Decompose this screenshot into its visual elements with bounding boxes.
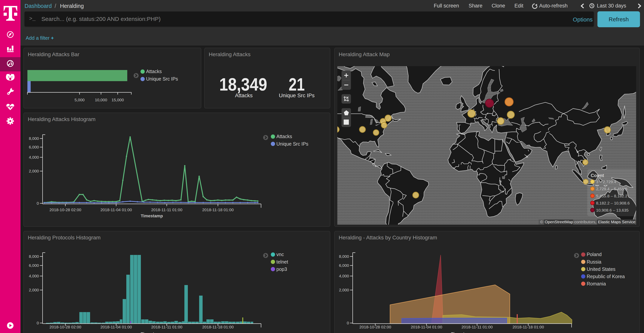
svg-text:2,000: 2,000 (339, 288, 349, 292)
svg-text:Attacks: Attacks (276, 134, 292, 139)
svg-text:telnet: telnet (276, 259, 288, 264)
svg-text:©: © (540, 220, 543, 224)
svg-text:2018-11-11 01:00: 2018-11-11 01:00 (462, 325, 493, 329)
svg-text:Republic of Korea: Republic of Korea (587, 274, 625, 279)
svg-text:Romania: Romania (587, 281, 606, 286)
svg-text:2,000: 2,000 (29, 169, 39, 173)
svg-text:vnc: vnc (276, 252, 284, 257)
svg-text:contributors,: contributors, (574, 220, 596, 224)
svg-text:6,000: 6,000 (29, 145, 39, 149)
svg-text:8,000: 8,000 (29, 254, 39, 259)
svg-text:4,000: 4,000 (29, 155, 39, 159)
svg-text:10,000: 10,000 (95, 98, 107, 102)
svg-text:2018-11-04 01:00: 2018-11-04 01:00 (411, 325, 442, 329)
svg-text:Attacks: Attacks (235, 93, 252, 98)
svg-text:2018-10-28 02:00: 2018-10-28 02:00 (50, 325, 81, 329)
svg-text:8,000: 8,000 (29, 136, 39, 141)
svg-text:6,000: 6,000 (29, 263, 39, 268)
svg-text:2018-11-04 01:00: 2018-11-04 01:00 (100, 325, 132, 329)
svg-text:2018-10-28 02:00: 2018-10-28 02:00 (50, 208, 81, 212)
svg-text:Poland: Poland (587, 252, 602, 257)
svg-text:Unique Src IPs: Unique Src IPs (276, 141, 308, 147)
svg-text:3 – 2,729.4: 3 – 2,729.4 (596, 180, 616, 184)
svg-text:21: 21 (289, 74, 305, 94)
svg-text:8,182.2 – 10,908.6: 8,182.2 – 10,908.6 (596, 201, 630, 205)
svg-text:10,908.6 – 13,635: 10,908.6 – 13,635 (596, 208, 628, 212)
svg-text:Unique Src IPs: Unique Src IPs (279, 93, 315, 98)
svg-text:2018-11-11 01:00: 2018-11-11 01:00 (151, 208, 182, 212)
svg-text:5,455.8 – 8,182.2: 5,455.8 – 8,182.2 (596, 194, 627, 198)
svg-text:2018-11-04 01:00: 2018-11-04 01:00 (100, 208, 132, 212)
svg-text:5,000: 5,000 (74, 98, 85, 102)
svg-text:2,729.4 – 5,455.8: 2,729.4 – 5,455.8 (596, 187, 627, 191)
svg-text:Elastic Maps Service: Elastic Maps Service (598, 220, 636, 224)
svg-text:Count: Count (591, 173, 604, 178)
svg-text:OpenStreetMap: OpenStreetMap (545, 220, 573, 224)
svg-text:Timestamp: Timestamp (141, 213, 163, 218)
svg-text:0: 0 (36, 201, 39, 205)
svg-text:6,000: 6,000 (339, 263, 349, 268)
svg-text:Timestamp: Timestamp (141, 331, 163, 333)
svg-text:0: 0 (347, 321, 349, 325)
svg-text:2,000: 2,000 (29, 288, 39, 292)
svg-text:18,349: 18,349 (219, 74, 267, 94)
svg-text:2018-11-18 01:00: 2018-11-18 01:00 (202, 325, 234, 329)
svg-text:Unique Src IPs: Unique Src IPs (146, 76, 178, 82)
svg-text:4,000: 4,000 (29, 274, 39, 278)
svg-text:United States: United States (587, 266, 616, 272)
svg-text:2018-11-11 01:00: 2018-11-11 01:00 (151, 325, 182, 329)
svg-text:Russia: Russia (587, 259, 602, 264)
svg-text:2018-11-18 01:00: 2018-11-18 01:00 (512, 325, 544, 329)
svg-text:8,000: 8,000 (339, 254, 349, 259)
svg-text:2018-11-18 01:00: 2018-11-18 01:00 (202, 208, 234, 212)
svg-text:Timestamp: Timestamp (451, 331, 473, 333)
svg-text:2018-10-28 02:00: 2018-10-28 02:00 (360, 325, 391, 329)
svg-text:pop3: pop3 (276, 266, 287, 272)
svg-text:Attacks: Attacks (146, 69, 162, 74)
svg-text:4,000: 4,000 (339, 274, 349, 278)
svg-text:15,000: 15,000 (112, 98, 124, 102)
svg-text:0: 0 (36, 321, 39, 325)
